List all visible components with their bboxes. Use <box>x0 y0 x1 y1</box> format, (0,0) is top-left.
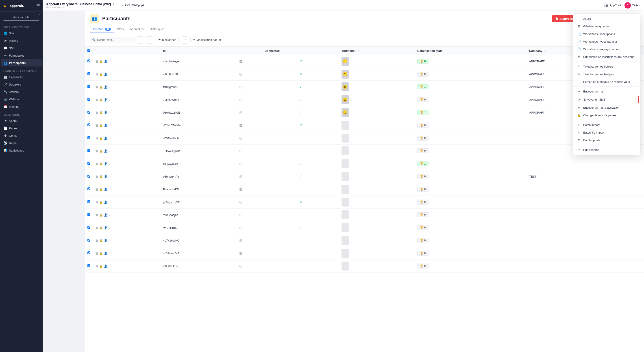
lock-row-icon[interactable]: 🔒 <box>99 213 103 217</box>
dropdown-item-forcer-creneaux[interactable]: ⊞ Forcer les créneaux de rendez-vous <box>573 78 640 86</box>
delete-row-icon[interactable]: 🗑 <box>96 188 98 191</box>
user-row-icon[interactable]: 👤 <box>104 111 108 114</box>
row-checkbox-cell[interactable] <box>85 132 93 144</box>
delete-row-icon[interactable]: 🗑 <box>96 73 98 76</box>
sidebar-item-site[interactable]: 🌐Site <box>1 30 42 37</box>
row-grid-icon-cell[interactable]: ⊞ <box>237 157 262 170</box>
lock-row-icon[interactable]: 🔒 <box>99 226 103 229</box>
row-checkbox[interactable] <box>88 136 90 139</box>
row-checkbox[interactable] <box>88 162 90 165</box>
sidebar-item-participants[interactable]: 👥Participants <box>1 59 42 66</box>
dropdown-item-changer-mot-de-passe[interactable]: 🔒 Changer le mot de passe <box>573 111 640 119</box>
user-row-icon[interactable]: 👤 <box>104 213 108 217</box>
lock-row-icon[interactable]: 🔒 <box>99 252 103 255</box>
sidebar-item-formulaires[interactable]: ✏Formulaires <box>1 52 42 59</box>
delete-row-icon[interactable]: 🗑 <box>96 98 98 101</box>
lock-row-icon[interactable]: 🔒 <box>99 124 103 127</box>
history-row-icon[interactable]: ↺ <box>108 85 111 89</box>
user-row-icon[interactable]: 👤 <box>104 149 108 153</box>
row-grid-icon-cell[interactable]: ⊞ <box>237 68 262 81</box>
row-grid-icon-cell[interactable]: ⊞ <box>237 144 262 157</box>
row-checkbox[interactable] <box>88 264 90 267</box>
row-checkbox[interactable] <box>88 200 90 203</box>
tab-entrees[interactable]: Entrées84 <box>90 26 114 33</box>
lock-row-icon[interactable]: 🔒 <box>99 73 103 76</box>
row-grid-icon-cell[interactable]: ⊞ <box>237 106 262 119</box>
sidebar-item-regie[interactable]: 📡Régie <box>1 139 42 147</box>
lock-row-icon[interactable]: 🔒 <box>99 98 103 101</box>
row-grid-icon-cell[interactable]: ⊞ <box>237 196 262 209</box>
select-all-header[interactable] <box>85 47 93 55</box>
row-checkbox[interactable] <box>88 213 90 216</box>
dropdown-item-telecharger-badges[interactable]: ⬇ Télécharger les badges <box>573 70 640 78</box>
history-row-icon[interactable]: ↺ <box>108 252 111 255</box>
row-checkbox-cell[interactable] <box>85 55 93 68</box>
dropdown-item-workshops-replays[interactable]: 📄 Workshops - replays par jour <box>573 45 640 53</box>
row-grid-icon-cell[interactable]: ⊞ <box>237 247 262 260</box>
tab-historiques[interactable]: Historiques <box>147 26 168 33</box>
user-row-icon[interactable]: 👤 <box>104 85 108 89</box>
user-row-icon[interactable]: 👤 <box>104 162 108 165</box>
row-checkbox-cell[interactable] <box>85 260 93 273</box>
user-row-icon[interactable]: 👤 <box>104 60 108 63</box>
user-row-icon[interactable]: 👤 <box>104 264 108 268</box>
user-row-icon[interactable]: 👤 <box>104 124 108 127</box>
dropdown-item-workshops-inscriptions[interactable]: 📄 Workshops - inscriptions <box>573 30 640 38</box>
tab-stats[interactable]: Stats <box>114 26 127 33</box>
expand-button[interactable]: ⤢ <box>181 36 188 44</box>
sidebar-item-webinar[interactable]: 📹Webinar <box>1 96 42 103</box>
delete-row-icon[interactable]: 🗑 <box>96 226 98 229</box>
lock-row-icon[interactable]: 🔒 <box>99 188 103 191</box>
project-dropdown-icon[interactable]: ▾ <box>113 2 114 6</box>
lock-row-icon[interactable]: 🔒 <box>99 239 103 242</box>
sidebar-item-statistiques[interactable]: 📊Statistiques <box>1 147 42 154</box>
row-checkbox[interactable] <box>88 251 90 254</box>
delete-row-icon[interactable]: 🗑 <box>96 201 98 204</box>
row-grid-icon-cell[interactable]: ⊞ <box>237 170 262 183</box>
history-row-icon[interactable]: ↺ <box>108 98 111 101</box>
row-grid-icon-cell[interactable]: ⊞ <box>237 221 262 234</box>
row-checkbox[interactable] <box>88 85 90 88</box>
filter-button[interactable]: ⊿ <box>137 36 144 44</box>
history-row-icon[interactable]: ↺ <box>108 124 111 127</box>
delete-row-icon[interactable]: 🗑 <box>96 213 98 217</box>
lock-row-icon[interactable]: 🔒 <box>99 201 103 204</box>
sidebar-item-ateliers[interactable]: 🔧Ateliers <box>1 88 42 95</box>
user-menu[interactable]: C Célia ▾ <box>624 2 640 9</box>
columns-button[interactable]: 👁 8 colonnes <box>156 37 179 43</box>
lock-row-icon[interactable]: 🔒 <box>99 264 103 268</box>
row-checkbox-cell[interactable] <box>85 209 93 221</box>
lock-row-icon[interactable]: 🔒 <box>99 162 103 165</box>
user-row-icon[interactable]: 👤 <box>104 201 108 204</box>
dropdown-item-supprimer-inscriptions[interactable]: 🗑 Supprimer les inscriptions aux session… <box>573 53 640 61</box>
dropdown-item-telecharger-fichiers[interactable]: ⬇ Télécharger les fichiers <box>573 63 640 70</box>
row-checkbox-cell[interactable] <box>85 196 93 209</box>
user-row-icon[interactable]: 👤 <box>104 136 108 140</box>
row-grid-icon-cell[interactable]: ⊞ <box>237 132 262 144</box>
sidebar-item-exposants[interactable]: 🏢Exposants <box>1 73 42 81</box>
row-checkbox-cell[interactable] <box>85 183 93 196</box>
delete-row-icon[interactable]: 🗑 <box>96 111 98 114</box>
row-checkbox[interactable] <box>88 226 90 229</box>
user-row-icon[interactable]: 👤 <box>104 226 108 229</box>
row-checkbox-cell[interactable] <box>85 81 93 93</box>
lock-row-icon[interactable]: 🔒 <box>99 175 103 178</box>
row-checkbox[interactable] <box>88 239 90 242</box>
history-row-icon[interactable]: ↺ <box>108 213 111 217</box>
lock-row-icon[interactable]: 🔒 <box>99 149 103 153</box>
sidebar-item-speakers[interactable]: 🎤Speakers <box>1 81 42 88</box>
dropdown-item-workshops-vues[interactable]: 📄 Workshops - vues par jour <box>573 38 640 45</box>
row-grid-icon-cell[interactable]: ⊞ <box>237 55 262 68</box>
user-row-icon[interactable]: 👤 <box>104 73 108 76</box>
dropdown-item-batch-update[interactable]: ⬆ Batch update <box>573 136 640 144</box>
bulk-edit-button[interactable]: ✏ Modification par lot <box>190 37 223 43</box>
history-row-icon[interactable]: ↺ <box>108 239 111 242</box>
delete-row-icon[interactable]: 🗑 <box>96 252 98 255</box>
row-grid-icon-cell[interactable]: ⊞ <box>237 260 262 273</box>
delete-row-icon[interactable]: 🗑 <box>96 85 98 89</box>
delete-row-icon[interactable]: 🗑 <box>96 264 98 268</box>
delete-row-icon[interactable]: 🗑 <box>96 149 98 153</box>
dropdown-item-qrcodes[interactable]: ⊞ Générer les qrcodes <box>573 23 640 30</box>
lock-row-icon[interactable]: 🔒 <box>99 85 103 89</box>
history-row-icon[interactable]: ↺ <box>108 60 111 63</box>
